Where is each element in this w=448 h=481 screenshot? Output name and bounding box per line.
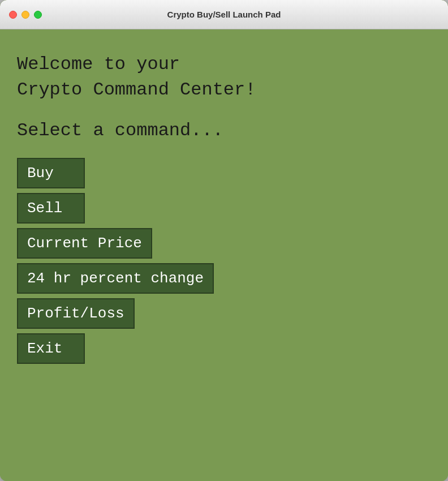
24hr-change-button[interactable]: 24 hr percent change xyxy=(17,263,214,294)
commands-list: Buy Sell Current Price 24 hr percent cha… xyxy=(17,158,431,364)
exit-button[interactable]: Exit xyxy=(17,333,85,364)
current-price-button[interactable]: Current Price xyxy=(17,228,152,259)
select-prompt: Select a command... xyxy=(17,120,431,141)
traffic-lights xyxy=(9,11,42,19)
title-bar: Crypto Buy/Sell Launch Pad xyxy=(0,0,448,29)
buy-button[interactable]: Buy xyxy=(17,158,85,188)
main-content: Welcome to your Crypto Command Center! S… xyxy=(0,29,448,481)
minimize-button[interactable] xyxy=(21,11,29,19)
window-title: Crypto Buy/Sell Launch Pad xyxy=(167,10,281,19)
close-button[interactable] xyxy=(9,11,17,19)
app-window: Crypto Buy/Sell Launch Pad Welcome to yo… xyxy=(0,0,448,481)
welcome-text: Welcome to your Crypto Command Center! xyxy=(17,52,431,103)
sell-button[interactable]: Sell xyxy=(17,193,85,224)
maximize-button[interactable] xyxy=(34,11,42,19)
profit-loss-button[interactable]: Profit/Loss xyxy=(17,298,135,329)
